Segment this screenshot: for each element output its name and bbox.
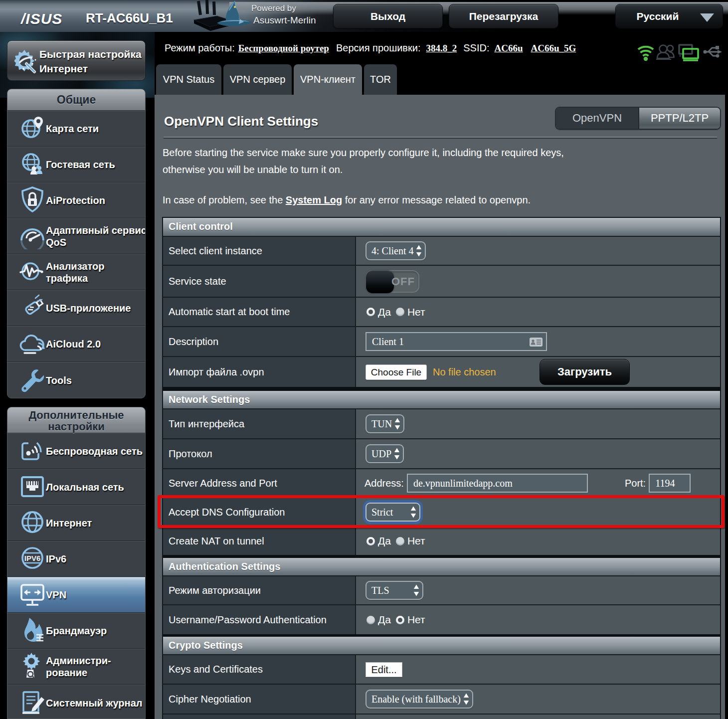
svg-text:IPV6: IPV6 — [24, 554, 41, 562]
